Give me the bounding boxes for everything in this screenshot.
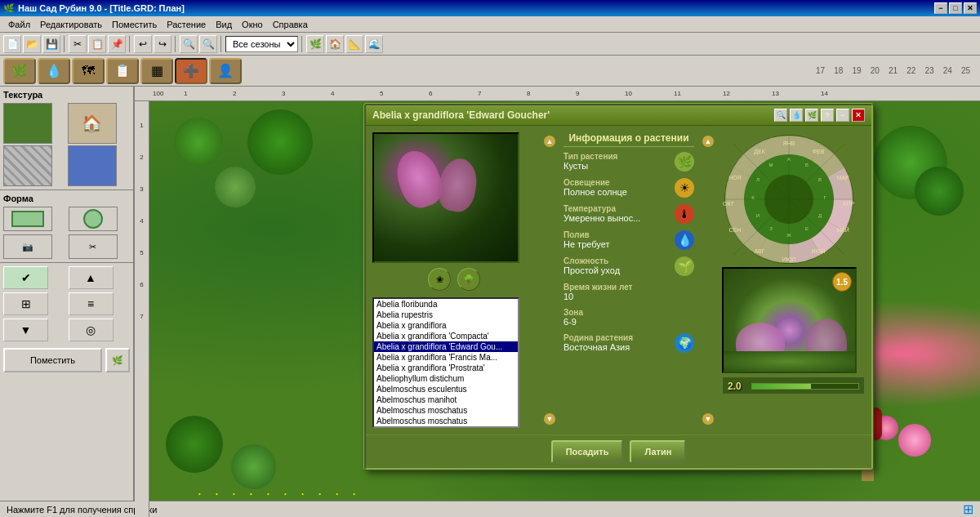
info-row-origin: Родина растения Восточная Азия 🌍 (564, 333, 694, 353)
season-select[interactable]: Все сезоны (225, 36, 298, 52)
plant-icon-tree[interactable]: 🌳 (457, 268, 480, 291)
plant-button[interactable]: Посадить (551, 440, 624, 463)
tb2-list[interactable]: 📋 (106, 58, 139, 84)
garden-canvas[interactable]: 100 1 2 3 4 5 6 7 8 9 10 11 12 13 14 1 2… (135, 87, 980, 517)
info-section-title: Информация о растении (564, 132, 694, 147)
plant-item-2[interactable]: Abelia x grandiflora (374, 320, 518, 331)
tb-btn-extra2[interactable]: 🏠 (326, 35, 344, 53)
tb2-garden[interactable]: 🌿 (3, 58, 36, 84)
scroll-down-arrow[interactable]: ▼ (544, 413, 555, 425)
info-label-type: Тип растения (564, 152, 671, 161)
shape-rect[interactable] (3, 207, 52, 231)
plant-item-10[interactable]: Abelmoschus moschatus (374, 405, 518, 416)
shape-camera[interactable]: 📷 (3, 234, 52, 259)
info-label-complexity: Сложность (564, 256, 671, 265)
plant-item-6[interactable]: Abelia x grandiflora 'Prostrata' (374, 363, 518, 373)
info-label-zone: Зона (564, 308, 694, 317)
tool-path[interactable]: ≡ (69, 292, 114, 315)
texture-water[interactable] (68, 145, 117, 186)
right-scroll: ▲ ▼ (701, 132, 715, 428)
ruler-mark-12: 12 (723, 90, 730, 97)
tb2-water[interactable]: 💧 (38, 58, 70, 84)
scroll-up-arrow[interactable]: ▲ (544, 136, 555, 147)
dialog-leaf-btn[interactable]: 🌿 (805, 109, 818, 122)
menu-view[interactable]: Вид (211, 18, 237, 31)
menu-window[interactable]: Окно (237, 18, 268, 31)
dialog-close-btn[interactable]: ✕ (852, 109, 865, 122)
plant-item-0[interactable]: Abelia floribunda (374, 299, 518, 310)
tb2-person[interactable]: 👤 (209, 58, 242, 84)
tool-check[interactable]: ✔ (3, 266, 48, 289)
menu-file[interactable]: Файл (3, 18, 35, 31)
tb-save[interactable]: 💾 (42, 35, 60, 53)
right-scroll-up[interactable]: ▲ (702, 136, 714, 147)
texture-stone[interactable] (3, 145, 52, 186)
plant-item-4[interactable]: Abelia x grandiflora 'Edward Gou... (374, 341, 518, 352)
dialog-water-btn[interactable]: 💧 (790, 109, 803, 122)
menu-place[interactable]: Поместить (107, 18, 162, 31)
plant-item-9[interactable]: Abelmoschus manihot (374, 394, 518, 405)
ruler-mark-9: 9 (576, 90, 579, 97)
menu-plant[interactable]: Растение (162, 18, 211, 31)
tb-open[interactable]: 📂 (23, 35, 41, 53)
plant-item-11[interactable]: Abelmoschus moschatus (374, 416, 518, 426)
svg-text:Л: Л (756, 177, 760, 182)
tb-btn-extra3[interactable]: 📐 (345, 35, 363, 53)
ruler-mark-13: 13 (772, 90, 779, 97)
tb-zoom-out[interactable]: 🔍 (199, 35, 217, 53)
tb-redo[interactable]: ↪ (154, 35, 172, 53)
size-scale (751, 383, 859, 390)
tb-undo[interactable]: ↩ (134, 35, 152, 53)
right-scroll-down[interactable]: ▼ (702, 413, 714, 425)
ruler-mark-10: 10 (625, 90, 632, 97)
tb-btn-extra4[interactable]: 🌊 (365, 35, 383, 53)
tb2-plus[interactable]: ➕ (175, 58, 207, 84)
plant-item-1[interactable]: Abelia rupestris (374, 310, 518, 320)
tb-copy[interactable]: 📋 (88, 35, 106, 53)
info-row-type: Тип растения Кусты 🌿 (564, 152, 694, 172)
maximize-button[interactable]: □ (949, 2, 962, 14)
tool-extra[interactable]: ◎ (69, 319, 114, 341)
shape-scissors[interactable]: ✂ (69, 234, 118, 259)
plant-item-7[interactable]: Abeliophyllum distichum (374, 373, 518, 384)
toolbar-2: 🌿 💧 🗺 📋 ▦ ➕ 👤 17 18 19 20 21 22 23 24 25 (0, 56, 980, 87)
dialog-left-panel: ❀ 🌳 Abelia floribunda Abelia rupestris A… (372, 132, 536, 428)
plant-item-8[interactable]: Abelmoschus esculentus (374, 384, 518, 394)
tb-btn-extra1[interactable]: 🌿 (306, 35, 324, 53)
tb-cut[interactable]: ✂ (69, 35, 87, 53)
plant-icon-btn[interactable]: 🌿 (105, 348, 130, 372)
dialog-help-btn[interactable]: ? (821, 109, 834, 122)
tb2-map[interactable]: 🗺 (72, 58, 105, 84)
info-row-light: Освещение Полное солнце ☀ (564, 178, 694, 198)
close-button[interactable]: ✕ (964, 2, 977, 14)
texture-grass[interactable] (3, 103, 52, 144)
tb-zoom-in[interactable]: 🔍 (180, 35, 198, 53)
ruler-mark-4: 4 (331, 90, 334, 97)
place-button[interactable]: Поместить (3, 348, 102, 372)
size-num: 2.0 (728, 381, 742, 392)
tb-new[interactable]: 📄 (3, 35, 21, 53)
ruler-v-4: 4 (140, 217, 143, 225)
tb-paste[interactable]: 📌 (108, 35, 126, 53)
plant-item-3[interactable]: Abelia x grandiflora 'Compacta' (374, 331, 518, 341)
garden-shrub-1 (215, 167, 256, 207)
plant-list[interactable]: Abelia floribunda Abelia rupestris Abeli… (372, 297, 519, 428)
ruler-mark-7: 7 (478, 90, 481, 97)
tool-up[interactable]: ▲ (69, 266, 114, 289)
shape-circle[interactable] (69, 207, 118, 231)
tb-sep-3 (175, 36, 176, 52)
tool-down[interactable]: ▼ (3, 319, 48, 341)
latin-button[interactable]: Латин (630, 440, 686, 463)
minimize-button[interactable]: − (934, 2, 947, 14)
dialog-search-btn[interactable]: 🔍 (774, 109, 787, 122)
tb2-grid[interactable]: ▦ (140, 58, 173, 84)
plant-item-5[interactable]: Abelia x grandiflora 'Francis Ma... (374, 352, 518, 363)
info-value-origin: Восточная Азия (564, 342, 671, 352)
texture-house[interactable]: 🏠 (68, 103, 117, 144)
tool-fence[interactable]: ⊞ (3, 292, 48, 315)
menu-help[interactable]: Справка (268, 18, 313, 31)
plant-icon-flower[interactable]: ❀ (428, 268, 451, 291)
shape-label: Форма (3, 194, 130, 203)
menu-edit[interactable]: Редактировать (35, 18, 107, 31)
dialog-min-btn[interactable]: − (836, 109, 849, 122)
